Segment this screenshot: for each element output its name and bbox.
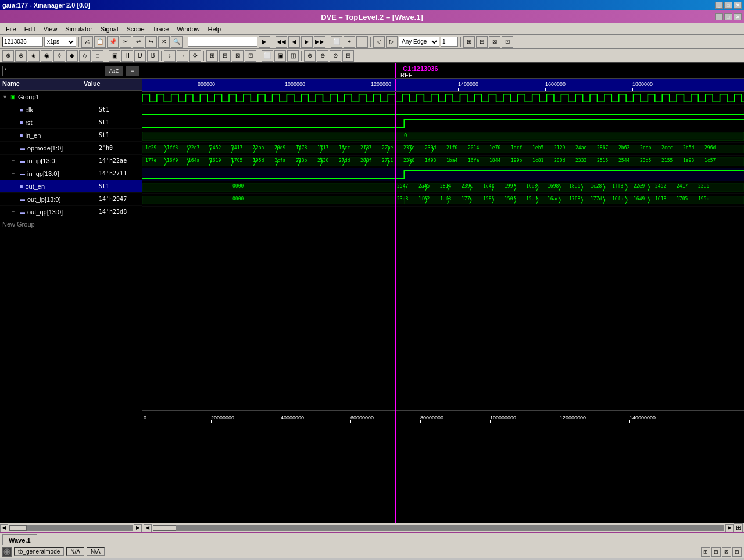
- opmode-expand[interactable]: +: [12, 145, 17, 151]
- menu-scope[interactable]: Scope: [123, 24, 148, 34]
- tb2-display-btn[interactable]: ▣: [109, 50, 120, 62]
- filter-sort-btn[interactable]: A↕Z: [105, 66, 123, 76]
- time-unit-select[interactable]: x1ps: [44, 37, 76, 47]
- signal-clk[interactable]: ■ clk St1: [0, 103, 142, 116]
- tb-nav-next[interactable]: ▶: [301, 36, 313, 48]
- app-close-btn[interactable]: ✕: [734, 13, 742, 20]
- minimize-btn[interactable]: _: [715, 2, 723, 9]
- tb-btn-extra4[interactable]: ⊡: [502, 36, 513, 48]
- out_ip-expand[interactable]: +: [12, 196, 17, 202]
- tb2-cursor-btn[interactable]: ↕: [164, 50, 176, 62]
- signal-in_ip[interactable]: + ▬ in_ip[13:0] 14'h22ae: [0, 155, 142, 167]
- tb2-dec-btn[interactable]: D: [134, 50, 146, 62]
- tb2-zoom-btn1[interactable]: ⊞: [206, 50, 218, 62]
- tb2-zoom-btn4[interactable]: ⊡: [245, 50, 256, 62]
- tb-delete-btn[interactable]: ✕: [158, 36, 170, 48]
- tb-nav-back[interactable]: ◀◀: [276, 36, 287, 48]
- tb2-btn8[interactable]: □: [92, 50, 103, 62]
- in_qp-expand[interactable]: +: [12, 171, 17, 177]
- tb-redo-btn[interactable]: ↪: [145, 36, 157, 48]
- status-icon-1[interactable]: ⊞: [701, 547, 710, 557]
- tb2-hex-btn[interactable]: H: [121, 50, 133, 62]
- tb2-btn2[interactable]: ⊗: [15, 50, 27, 62]
- tb2-time-btn[interactable]: ⟳: [189, 50, 201, 62]
- tb2-arrow-btn[interactable]: →: [177, 50, 188, 62]
- tb-edge-next[interactable]: ▷: [386, 36, 398, 48]
- menu-view[interactable]: View: [40, 24, 61, 34]
- tb2-btn1[interactable]: ⊕: [2, 50, 14, 62]
- menu-window[interactable]: Window: [173, 24, 203, 34]
- hscroll-left-btn[interactable]: ◀: [144, 524, 152, 532]
- signal-scroll-left[interactable]: ◀: [0, 524, 8, 532]
- tb-undo-btn[interactable]: ↩: [133, 36, 144, 48]
- status-icon-2[interactable]: ⊟: [711, 547, 721, 557]
- tb2-zoom-reset[interactable]: ⊙: [330, 50, 341, 62]
- tb2-zoom-btn3[interactable]: ⊠: [232, 50, 244, 62]
- tb2-zoom-minus[interactable]: ⊖: [317, 50, 328, 62]
- in_ip-expand[interactable]: +: [12, 158, 17, 164]
- tb-zoom-out[interactable]: -: [356, 36, 368, 48]
- edge-type-select[interactable]: Any Edge Rising Falling: [399, 37, 439, 47]
- tb2-zoom-plus[interactable]: ⊕: [304, 50, 316, 62]
- tb2-btn6[interactable]: ◆: [66, 50, 78, 62]
- menu-simulator[interactable]: Simulator: [62, 24, 95, 34]
- tb-btn-extra2[interactable]: ⊟: [476, 36, 488, 48]
- menu-help[interactable]: Help: [204, 24, 224, 34]
- out_qp-expand[interactable]: +: [12, 209, 17, 215]
- signal-opmode[interactable]: + ▬ opmode[1:0] 2'h0: [0, 142, 142, 155]
- tb-zoom-fit[interactable]: ⬜: [331, 36, 342, 48]
- tb2-btn5[interactable]: ◊: [53, 50, 65, 62]
- tb2-fit-btn3[interactable]: ◫: [287, 50, 299, 62]
- tb-paste-btn[interactable]: 📌: [107, 36, 119, 48]
- tb-scissors-btn[interactable]: ✂: [120, 36, 131, 48]
- maximize-btn[interactable]: □: [724, 2, 732, 9]
- signal-list[interactable]: ▼ ▣ Group1 ■ clk St1 ■ rst St1 ■: [0, 91, 142, 523]
- group1-header[interactable]: ▼ ▣ Group1: [0, 91, 142, 103]
- tb2-fit-btn2[interactable]: ▣: [274, 50, 286, 62]
- close-btn[interactable]: ✕: [734, 2, 742, 9]
- tb2-fit-btn[interactable]: ⬜: [262, 50, 273, 62]
- tb2-bin-btn[interactable]: B: [147, 50, 159, 62]
- tb-btn-extra1[interactable]: ⊞: [463, 36, 475, 48]
- search-input[interactable]: [188, 37, 257, 47]
- edge-count-input[interactable]: [441, 37, 458, 47]
- menu-edit[interactable]: Edit: [21, 24, 39, 34]
- tb2-zoom-btn2[interactable]: ⊟: [219, 50, 231, 62]
- tb-print-btn[interactable]: 🖨: [81, 36, 93, 48]
- tb-copy-btn[interactable]: 📋: [94, 36, 106, 48]
- signal-scroll-track[interactable]: [9, 525, 133, 531]
- tb2-btn4[interactable]: ◉: [41, 50, 52, 62]
- hscroll-corner[interactable]: ⊞: [734, 523, 743, 533]
- hscroll-thumb[interactable]: [153, 525, 176, 531]
- signal-scroll-right[interactable]: ▶: [134, 524, 142, 532]
- hscroll-right-btn[interactable]: ▶: [725, 524, 734, 532]
- tb2-btn7[interactable]: ◇: [79, 50, 91, 62]
- tb-edge-prev[interactable]: ◁: [373, 36, 385, 48]
- tb-search-go[interactable]: ▶: [259, 36, 270, 48]
- menu-trace[interactable]: Trace: [149, 24, 173, 34]
- tb2-btn3[interactable]: ◈: [28, 50, 40, 62]
- new-group-label[interactable]: New Group: [0, 218, 142, 230]
- tb-nav-prev[interactable]: ◀: [288, 36, 300, 48]
- signal-in_qp[interactable]: + ▬ in_qp[13:0] 14'h2711: [0, 167, 142, 180]
- signal-filter-input[interactable]: [2, 66, 102, 76]
- tab-wave1[interactable]: Wave.1: [2, 534, 37, 545]
- signal-scroll-thumb[interactable]: [9, 525, 27, 531]
- signal-out_ip[interactable]: + ▬ out_ip[13:0] 14'h2947: [0, 193, 142, 206]
- tb-nav-fwd[interactable]: ▶▶: [314, 36, 326, 48]
- signal-in_en[interactable]: ■ in_en St1: [0, 129, 142, 142]
- tb-btn-extra3[interactable]: ⊠: [489, 36, 500, 48]
- time-input[interactable]: [2, 37, 43, 47]
- wave-content[interactable]: 0: [142, 92, 744, 523]
- tb2-zoom-fit2[interactable]: ⊟: [342, 50, 354, 62]
- menu-signal[interactable]: Signal: [97, 24, 122, 34]
- tb-zoom-in[interactable]: +: [344, 36, 355, 48]
- signal-out_qp[interactable]: + ▬ out_qp[13:0] 14'h23d8: [0, 206, 142, 218]
- signal-out_en[interactable]: ■ out_en St1: [0, 180, 142, 193]
- filter-view-btn[interactable]: ≡: [126, 66, 140, 76]
- signal-rst[interactable]: ■ rst St1: [0, 116, 142, 129]
- hscroll-track[interactable]: [153, 525, 724, 531]
- menu-file[interactable]: File: [2, 24, 20, 34]
- app-maximize-btn[interactable]: □: [724, 13, 732, 20]
- tb-find-btn[interactable]: 🔍: [171, 36, 183, 48]
